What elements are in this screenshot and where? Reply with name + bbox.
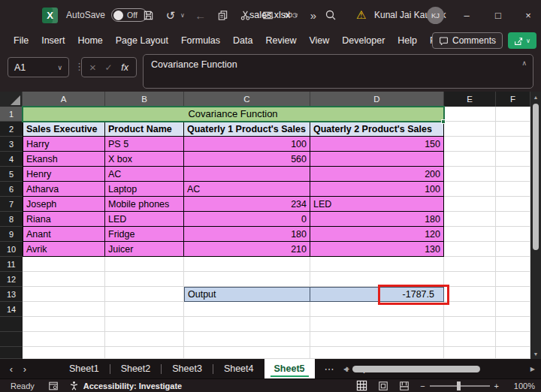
cell[interactable] bbox=[444, 257, 496, 272]
cell[interactable] bbox=[444, 107, 496, 122]
accessibility-button[interactable] bbox=[69, 381, 79, 390]
cell[interactable] bbox=[105, 332, 184, 347]
cell[interactable]: Laptop bbox=[105, 182, 184, 197]
output-label-cell[interactable]: Output bbox=[184, 287, 310, 302]
row-header[interactable]: 6 bbox=[0, 182, 23, 197]
formula-input[interactable]: Covariance Function ∧ bbox=[143, 54, 533, 89]
column-header-c[interactable]: C bbox=[184, 92, 310, 107]
zoom-in-button[interactable]: + bbox=[494, 381, 499, 390]
sheet-tab-sheet2[interactable]: Sheet2 bbox=[110, 359, 162, 378]
cell[interactable] bbox=[310, 347, 444, 359]
cell[interactable]: 150 bbox=[310, 137, 444, 152]
cell[interactable]: Juicer bbox=[105, 242, 184, 257]
cell[interactable]: 130 bbox=[310, 242, 444, 257]
tab-file[interactable]: File bbox=[14, 35, 29, 46]
cell[interactable]: Henry bbox=[23, 167, 105, 182]
zoom-slider-thumb[interactable] bbox=[457, 381, 461, 390]
cell[interactable] bbox=[496, 227, 530, 242]
cell[interactable]: 234 bbox=[184, 197, 310, 212]
cell[interactable] bbox=[444, 347, 496, 359]
cell[interactable] bbox=[184, 317, 310, 332]
cell[interactable] bbox=[310, 152, 444, 167]
tab-review[interactable]: Review bbox=[265, 35, 296, 46]
vertical-scrollbar-thumb[interactable] bbox=[533, 104, 539, 250]
row-header[interactable]: 10 bbox=[0, 242, 23, 257]
row-header[interactable]: 3 bbox=[0, 137, 23, 152]
name-box[interactable]: A1 ∨ bbox=[8, 57, 69, 77]
cell[interactable] bbox=[496, 242, 530, 257]
cell[interactable] bbox=[496, 302, 530, 317]
column-header-e[interactable]: E bbox=[444, 92, 496, 107]
normal-view-button[interactable] bbox=[356, 380, 367, 391]
cell[interactable] bbox=[496, 212, 530, 227]
share-button[interactable]: ∨ bbox=[508, 32, 536, 49]
cell[interactable] bbox=[310, 272, 444, 287]
cell[interactable]: 100 bbox=[184, 137, 310, 152]
cell[interactable] bbox=[444, 197, 496, 212]
sheet-tab-sheet4[interactable]: Sheet4 bbox=[213, 359, 264, 378]
cell[interactable] bbox=[184, 347, 310, 359]
cell[interactable] bbox=[184, 167, 310, 182]
cell[interactable]: 180 bbox=[184, 227, 310, 242]
cell[interactable] bbox=[105, 287, 184, 302]
sheet-tab-sheet1[interactable]: Sheet1 bbox=[59, 359, 110, 378]
cell[interactable] bbox=[496, 107, 530, 122]
cell[interactable]: Joseph bbox=[23, 197, 105, 212]
row-header[interactable]: 9 bbox=[0, 227, 23, 242]
cell[interactable] bbox=[184, 332, 310, 347]
row-header[interactable]: 2 bbox=[0, 122, 23, 137]
cell[interactable] bbox=[496, 332, 530, 347]
page-break-preview-button[interactable] bbox=[399, 381, 410, 391]
table-header-cell[interactable]: Quaterly 1 Product's Sales bbox=[184, 122, 310, 137]
cell[interactable]: AC bbox=[184, 182, 310, 197]
cell[interactable] bbox=[496, 347, 530, 359]
cell[interactable]: Mobile phones bbox=[105, 197, 184, 212]
cell[interactable] bbox=[444, 302, 496, 317]
formula-bar-expand-icon[interactable]: ∧ bbox=[521, 59, 527, 67]
cell[interactable] bbox=[184, 302, 310, 317]
sheet-nav-next[interactable]: › bbox=[14, 363, 36, 375]
column-header-f[interactable]: F bbox=[496, 92, 530, 107]
cell[interactable] bbox=[105, 272, 184, 287]
column-header-a[interactable]: A bbox=[23, 92, 105, 107]
zoom-out-button[interactable]: − bbox=[420, 381, 425, 390]
row-header[interactable]: 14 bbox=[0, 302, 23, 317]
cell[interactable]: X box bbox=[105, 152, 184, 167]
cell[interactable] bbox=[444, 227, 496, 242]
scroll-right-icon[interactable]: ▶ bbox=[526, 366, 535, 372]
cell[interactable]: 560 bbox=[184, 152, 310, 167]
cell[interactable]: 100 bbox=[310, 182, 444, 197]
cell[interactable] bbox=[444, 332, 496, 347]
sheet-tab-sheet5-active[interactable]: Sheet5 bbox=[264, 359, 315, 378]
column-header-b[interactable]: B bbox=[105, 92, 184, 107]
cell[interactable] bbox=[310, 257, 444, 272]
tab-page-layout[interactable]: Page Layout bbox=[116, 35, 168, 46]
close-button[interactable]: × bbox=[515, 0, 541, 30]
cell[interactable] bbox=[105, 347, 184, 359]
cell[interactable] bbox=[184, 272, 310, 287]
cell[interactable] bbox=[444, 212, 496, 227]
row-header[interactable]: 12 bbox=[0, 272, 23, 287]
title-cell[interactable]: Covariance Function bbox=[23, 107, 444, 122]
horizontal-scrollbar[interactable]: ◀ ▶ bbox=[343, 363, 535, 374]
tab-data[interactable]: Data bbox=[233, 35, 252, 46]
horizontal-scrollbar-thumb[interactable] bbox=[352, 366, 480, 372]
cell[interactable] bbox=[310, 332, 444, 347]
search-button[interactable] bbox=[325, 0, 337, 30]
cell[interactable]: Avrik bbox=[23, 242, 105, 257]
cell[interactable] bbox=[496, 122, 530, 137]
row-header[interactable]: 13 bbox=[0, 287, 23, 302]
tab-insert[interactable]: Insert bbox=[41, 35, 65, 46]
cell[interactable] bbox=[496, 257, 530, 272]
tab-developer[interactable]: Developer bbox=[342, 35, 385, 46]
cancel-button[interactable]: × bbox=[89, 62, 96, 73]
enter-button[interactable]: ✓ bbox=[104, 63, 112, 72]
fill-handle[interactable] bbox=[441, 119, 446, 124]
cell[interactable]: Fridge bbox=[105, 227, 184, 242]
save-button[interactable] bbox=[141, 8, 155, 22]
scroll-down-icon[interactable]: ▼ bbox=[533, 348, 539, 359]
cell[interactable] bbox=[105, 317, 184, 332]
cell[interactable] bbox=[444, 317, 496, 332]
cell[interactable] bbox=[496, 167, 530, 182]
tab-help[interactable]: Help bbox=[397, 35, 417, 46]
